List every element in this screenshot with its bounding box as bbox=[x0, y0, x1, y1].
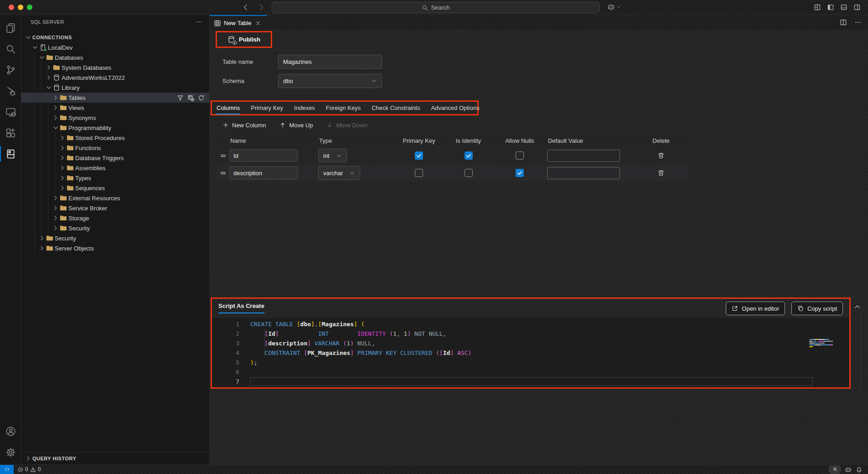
maximize-window-button[interactable] bbox=[27, 5, 32, 10]
tree-item-databases[interactable]: Databases bbox=[21, 52, 209, 63]
problems-indicator[interactable]: 0 0 bbox=[14, 466, 41, 473]
refresh-icon[interactable] bbox=[198, 94, 205, 101]
tree-item-server-objects[interactable]: Server Objects bbox=[21, 243, 209, 253]
chevron-right-icon[interactable] bbox=[52, 204, 60, 212]
primary-key-checkbox[interactable] bbox=[415, 151, 423, 160]
tree-item-adventureworkslt2022[interactable]: AdventureWorksLT2022 bbox=[21, 73, 209, 83]
command-center-search[interactable]: Search bbox=[272, 2, 600, 13]
tree-item-programmability[interactable]: Programmability bbox=[21, 123, 209, 133]
activity-item-run-and-debug[interactable] bbox=[0, 80, 21, 101]
drag-handle-icon[interactable] bbox=[220, 152, 227, 159]
tree-item-database-triggers[interactable]: Database Triggers bbox=[21, 153, 209, 163]
column-type-select[interactable]: varchar bbox=[318, 166, 360, 180]
chevron-right-icon[interactable] bbox=[58, 154, 67, 161]
tree-item-external-resources[interactable]: External Resources bbox=[21, 193, 209, 203]
is-identity-checkbox[interactable] bbox=[465, 151, 473, 160]
tree-item-service-broker[interactable]: Service Broker bbox=[21, 203, 209, 213]
activity-item-source-control[interactable] bbox=[0, 59, 21, 80]
tree-item-tables[interactable]: Tables bbox=[21, 93, 209, 103]
chevron-right-icon[interactable] bbox=[52, 104, 60, 111]
chevron-right-icon[interactable] bbox=[45, 74, 53, 81]
chevron-down-icon[interactable] bbox=[38, 54, 46, 61]
designer-tab-indexes[interactable]: Indexes bbox=[294, 101, 315, 115]
chevron-right-icon[interactable] bbox=[58, 184, 67, 192]
activity-item-settings[interactable] bbox=[0, 442, 21, 463]
column-type-select[interactable]: int bbox=[318, 149, 347, 162]
copilot-menu[interactable] bbox=[607, 3, 621, 11]
panel-left-icon[interactable] bbox=[827, 4, 834, 11]
back-icon[interactable] bbox=[242, 3, 250, 11]
chevron-down-icon[interactable] bbox=[31, 44, 39, 51]
more-actions-icon[interactable] bbox=[196, 18, 203, 26]
move-up-button[interactable]: Move Up bbox=[279, 122, 313, 129]
query-history-section[interactable]: QUERY HISTORY bbox=[21, 452, 209, 464]
publish-button[interactable]: Publish bbox=[225, 34, 263, 45]
tree-item-assemblies[interactable]: Assemblies bbox=[21, 163, 209, 173]
designer-tab-advanced-options[interactable]: Advanced Options bbox=[431, 101, 479, 115]
filter-icon[interactable] bbox=[177, 94, 184, 101]
default-value-input[interactable] bbox=[547, 150, 620, 162]
chevron-right-icon[interactable] bbox=[58, 134, 67, 141]
column-name-input[interactable] bbox=[229, 149, 298, 162]
tree-item-security[interactable]: Security bbox=[21, 223, 209, 233]
chevron-right-icon[interactable] bbox=[52, 94, 60, 101]
allow-nulls-checkbox[interactable] bbox=[516, 151, 524, 160]
tree-item-functions[interactable]: Functions bbox=[21, 143, 209, 153]
activity-item-explorer[interactable] bbox=[0, 17, 21, 38]
forward-icon[interactable] bbox=[257, 3, 265, 11]
designer-tab-foreign-keys[interactable]: Foreign Keys bbox=[326, 101, 361, 115]
notifications-bell-icon[interactable] bbox=[856, 466, 863, 473]
delete-trash-icon[interactable] bbox=[657, 169, 665, 177]
activity-item-account[interactable] bbox=[0, 421, 21, 442]
chevron-right-icon[interactable] bbox=[58, 174, 67, 182]
activity-item-sql-server[interactable] bbox=[0, 143, 21, 164]
zoom-indicator[interactable] bbox=[829, 466, 841, 474]
tree-item-views[interactable]: Views bbox=[21, 103, 209, 113]
minimize-window-button[interactable] bbox=[18, 5, 23, 10]
designer-tab-columns[interactable]: Columns bbox=[217, 101, 240, 115]
chevron-down-icon[interactable] bbox=[24, 34, 32, 41]
primary-key-checkbox[interactable] bbox=[415, 169, 423, 177]
more-actions-icon[interactable] bbox=[854, 19, 862, 26]
new-column-button[interactable]: New Column bbox=[222, 122, 266, 129]
column-name-input[interactable] bbox=[229, 167, 298, 179]
activity-item-extensions[interactable] bbox=[0, 122, 21, 143]
activity-item-remote-explorer[interactable] bbox=[0, 101, 21, 122]
tree-item-security[interactable]: Security bbox=[21, 233, 209, 243]
tab-new-table[interactable]: New Table bbox=[210, 15, 267, 30]
chevron-right-icon[interactable] bbox=[52, 114, 60, 121]
chevron-right-icon[interactable] bbox=[52, 224, 60, 232]
sql-script-editor[interactable]: 1CREATE TABLE [dbo].[Magazines] (2 [Id] … bbox=[212, 318, 849, 387]
chevron-right-icon[interactable] bbox=[45, 64, 53, 71]
activity-item-search[interactable] bbox=[0, 38, 21, 59]
open-in-editor-button[interactable]: Open in editor bbox=[726, 302, 785, 315]
split-editor-icon[interactable] bbox=[840, 19, 847, 26]
delete-trash-icon[interactable] bbox=[657, 152, 665, 159]
chevron-up-icon[interactable] bbox=[853, 303, 861, 311]
tree-item-types[interactable]: Types bbox=[21, 173, 209, 183]
close-icon[interactable] bbox=[255, 20, 261, 26]
tree-item-synonyms[interactable]: Synonyms bbox=[21, 113, 209, 123]
table-name-input[interactable] bbox=[278, 55, 382, 69]
chevron-right-icon[interactable] bbox=[58, 164, 67, 172]
tree-item-connections[interactable]: CONNECTIONS bbox=[21, 32, 209, 42]
chevron-down-icon[interactable] bbox=[52, 124, 60, 131]
chevron-right-icon[interactable] bbox=[52, 194, 60, 202]
tree-item-library[interactable]: Library bbox=[21, 83, 209, 93]
customize-layout-icon[interactable] bbox=[814, 4, 821, 11]
copilot-icon[interactable] bbox=[845, 466, 852, 473]
schema-select[interactable]: dbo bbox=[278, 74, 382, 88]
is-identity-checkbox[interactable] bbox=[465, 169, 473, 177]
designer-tab-primary-key[interactable]: Primary Key bbox=[251, 101, 283, 115]
panel-right-icon[interactable] bbox=[853, 4, 861, 11]
tree-item-sequences[interactable]: Sequences bbox=[21, 183, 209, 193]
tree-item-storage[interactable]: Storage bbox=[21, 213, 209, 223]
chevron-right-icon[interactable] bbox=[38, 245, 46, 252]
panel-bottom-icon[interactable] bbox=[840, 4, 847, 11]
tree-item-localdev[interactable]: LocalDev bbox=[21, 42, 209, 52]
tree-item-system-databases[interactable]: System Databases bbox=[21, 63, 209, 73]
default-value-input[interactable] bbox=[547, 167, 620, 179]
allow-nulls-checkbox[interactable] bbox=[516, 169, 524, 177]
new-table-icon[interactable] bbox=[187, 94, 194, 101]
designer-tab-check-constraints[interactable]: Check Constraints bbox=[372, 101, 420, 115]
